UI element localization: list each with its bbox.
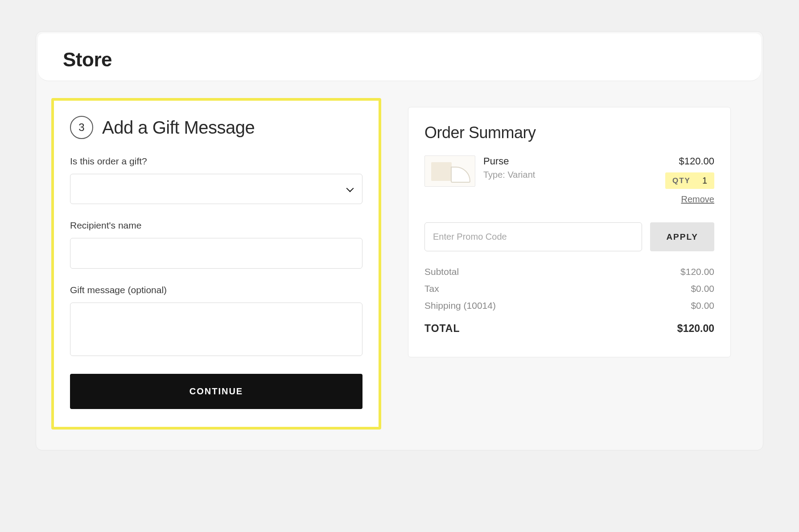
panel-heading: 3 Add a Gift Message [70, 116, 362, 139]
shipping-label: Shipping (10014) [424, 300, 496, 311]
remove-link[interactable]: Remove [681, 194, 714, 205]
promo-code-input[interactable] [424, 222, 642, 251]
item-type: Type: Variant [483, 170, 657, 180]
subtotal-value: $120.00 [680, 266, 714, 277]
qty-label: QTY [672, 176, 691, 185]
line-item: Purse Type: Variant $120.00 QTY 1 Remove [424, 156, 714, 205]
item-info: Purse Type: Variant [483, 156, 657, 180]
total-label: TOTAL [424, 323, 460, 335]
gift-message-textarea[interactable] [70, 303, 362, 356]
totals: Subtotal $120.00 Tax $0.00 Shipping (100… [424, 266, 714, 335]
gift-panel-title: Add a Gift Message [102, 118, 255, 138]
step-number-badge: 3 [70, 116, 93, 139]
item-name: Purse [483, 156, 657, 167]
is-gift-select[interactable] [70, 174, 362, 204]
apply-button[interactable]: APPLY [650, 222, 714, 251]
is-gift-select-wrap [70, 174, 362, 204]
page-title: Store [63, 49, 736, 71]
app-header: Store [38, 33, 761, 81]
promo-row: APPLY [424, 222, 714, 251]
recipient-group: Recipient's name [70, 220, 362, 269]
order-summary-panel: Order Summary Purse Type: Variant $120.0… [408, 107, 731, 357]
gift-message-label: Gift message (optional) [70, 285, 362, 295]
is-gift-label: Is this order a gift? [70, 156, 362, 167]
subtotal-label: Subtotal [424, 266, 459, 277]
recipient-label: Recipient's name [70, 220, 362, 231]
product-thumbnail [424, 156, 475, 187]
recipient-input[interactable] [70, 238, 362, 269]
gift-message-panel: 3 Add a Gift Message Is this order a gif… [51, 98, 381, 430]
qty-badge[interactable]: QTY 1 [665, 172, 714, 189]
is-gift-group: Is this order a gift? [70, 156, 362, 204]
gift-message-group: Gift message (optional) [70, 285, 362, 358]
qty-value: 1 [702, 176, 707, 186]
tax-value: $0.00 [691, 283, 714, 294]
tax-row: Tax $0.00 [424, 283, 714, 294]
total-row: TOTAL $120.00 [424, 323, 714, 335]
total-value: $120.00 [677, 323, 714, 335]
item-price: $120.00 [679, 156, 714, 167]
subtotal-row: Subtotal $120.00 [424, 266, 714, 277]
shipping-value: $0.00 [691, 300, 714, 311]
tax-label: Tax [424, 283, 439, 294]
app-body: 3 Add a Gift Message Is this order a gif… [36, 81, 763, 450]
shipping-row: Shipping (10014) $0.00 [424, 300, 714, 311]
step-number: 3 [78, 121, 84, 134]
app-card: Store 3 Add a Gift Message Is this order… [36, 31, 763, 450]
continue-button[interactable]: CONTINUE [70, 374, 362, 409]
order-summary-title: Order Summary [424, 123, 714, 142]
item-right-col: $120.00 QTY 1 Remove [665, 156, 714, 205]
